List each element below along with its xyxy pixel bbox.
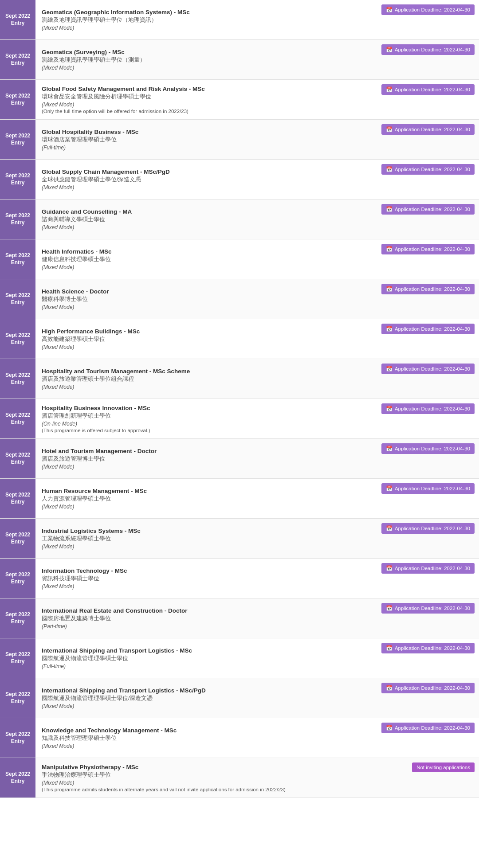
deadline-text: Application Deadline: 2022-04-30 (395, 167, 470, 172)
deadline-badge: 📅Application Deadline: 2022-04-30 (381, 84, 475, 95)
entry-badge: Sept 2022 Entry (0, 40, 35, 79)
calendar-icon: 📅 (386, 7, 393, 13)
program-row: Sept 2022 EntryGlobal Food Safety Manage… (0, 80, 479, 120)
program-title-en: International Shipping and Transport Log… (42, 647, 371, 654)
program-row: Sept 2022 EntryInternational Real Estate… (0, 598, 479, 638)
program-title-zh: 手法物理治療理學碩士學位 (42, 771, 384, 779)
entry-badge: Sept 2022 Entry (0, 439, 35, 478)
deadline-text: Application Deadline: 2022-04-30 (395, 7, 470, 12)
deadline-badge: 📅Application Deadline: 2022-04-30 (381, 683, 475, 693)
deadline-text: Application Deadline: 2022-04-30 (395, 566, 470, 571)
deadline-col: 📅Application Deadline: 2022-04-30 (377, 40, 479, 79)
program-info: Global Hospitality Business - MSc環球酒店業管理… (35, 120, 377, 159)
program-note: (Only the full-time option will be offer… (42, 109, 371, 114)
program-info: High Performance Buildings - MSc高效能建築理學碩… (35, 319, 377, 359)
program-mode: (Mixed Mode) (42, 184, 371, 191)
deadline-badge: 📅Application Deadline: 2022-04-30 (381, 483, 475, 494)
deadline-col: 📅Application Deadline: 2022-04-30 (377, 120, 479, 159)
entry-badge: Sept 2022 Entry (0, 199, 35, 239)
deadline-text: Application Deadline: 2022-04-30 (395, 207, 470, 212)
program-title-zh: 國際航運及物流管理理學碩士學位 (42, 655, 371, 662)
program-list: Sept 2022 EntryGeomatics (Geographic Inf… (0, 0, 479, 798)
program-row: Sept 2022 EntryHigh Performance Building… (0, 319, 479, 359)
program-row: Sept 2022 EntryHospitality Business Inno… (0, 399, 479, 439)
program-info: Information Technology - MSc資訊科技理學碩士學位(M… (35, 559, 377, 598)
deadline-col: 📅Application Deadline: 2022-04-30 (377, 239, 479, 279)
calendar-icon: 📅 (386, 246, 393, 252)
program-title-en: Industrial Logistics Systems - MSc (42, 528, 371, 534)
deadline-col: 📅Application Deadline: 2022-04-30 (377, 199, 479, 239)
program-title-en: Geomatics (Geographic Information System… (42, 9, 371, 16)
entry-badge: Sept 2022 Entry (0, 160, 35, 199)
program-row: Sept 2022 EntryManipulative Physiotherap… (0, 758, 479, 798)
program-mode: (Mixed Mode) (42, 344, 371, 350)
entry-badge: Sept 2022 Entry (0, 718, 35, 758)
program-title-zh: 資訊科技理學碩士學位 (42, 575, 371, 583)
deadline-col: 📅Application Deadline: 2022-04-30 (377, 479, 479, 518)
program-title-en: Global Food Safety Management and Risk A… (42, 86, 371, 92)
deadline-text: Application Deadline: 2022-04-30 (395, 406, 470, 411)
program-note: (This programme admits students in alter… (42, 787, 384, 792)
program-row: Sept 2022 EntryInternational Shipping an… (0, 638, 479, 678)
program-title-en: Hotel and Tourism Management - Doctor (42, 448, 371, 454)
program-row: Sept 2022 EntryInternational Shipping an… (0, 678, 479, 718)
program-title-en: Information Technology - MSc (42, 567, 371, 574)
program-row: Sept 2022 EntryIndustrial Logistics Syst… (0, 519, 479, 559)
program-mode: (Mixed Mode) (42, 743, 371, 749)
calendar-icon: 📅 (386, 605, 393, 611)
program-title-zh: 國際航運及物流管理理學碩士學位/深造文憑 (42, 695, 371, 702)
program-title-en: Health Science - Doctor (42, 288, 371, 295)
entry-badge: Sept 2022 Entry (0, 598, 35, 638)
program-row: Sept 2022 EntryGuidance and Counselling … (0, 199, 479, 239)
program-mode: (Mixed Mode) (42, 780, 384, 786)
program-mode: (Mixed Mode) (42, 464, 371, 470)
program-title-zh: 測繪及地理資訊學理學碩士學位（測量） (42, 56, 371, 64)
program-info: Global Food Safety Management and Risk A… (35, 80, 377, 119)
program-title-zh: 酒店及旅遊業管理碩士學位組合課程 (42, 375, 371, 383)
deadline-badge: 📅Application Deadline: 2022-04-30 (381, 723, 475, 733)
entry-badge: Sept 2022 Entry (0, 120, 35, 159)
entry-badge: Sept 2022 Entry (0, 638, 35, 678)
deadline-col: 📅Application Deadline: 2022-04-30 (377, 598, 479, 638)
program-row: Sept 2022 EntryGlobal Hospitality Busine… (0, 120, 479, 160)
program-title-zh: 諮商與輔導文學碩士學位 (42, 216, 371, 223)
program-title-en: Global Hospitality Business - MSc (42, 129, 371, 135)
program-info: Geomatics (Geographic Information System… (35, 0, 377, 39)
deadline-badge: 📅Application Deadline: 2022-04-30 (381, 204, 475, 215)
program-row: Sept 2022 EntryInformation Technology - … (0, 559, 479, 598)
entry-badge: Sept 2022 Entry (0, 279, 35, 319)
deadline-badge: 📅Application Deadline: 2022-04-30 (381, 44, 475, 55)
entry-badge: Sept 2022 Entry (0, 319, 35, 359)
program-mode: (Mixed Mode) (42, 384, 371, 390)
deadline-col: 📅Application Deadline: 2022-04-30 (377, 160, 479, 199)
program-title-en: Global Supply Chain Management - MSc/PgD (42, 168, 371, 175)
program-title-en: Guidance and Counselling - MA (42, 208, 371, 215)
deadline-col: 📅Application Deadline: 2022-04-30 (377, 439, 479, 478)
deadline-badge: 📅Application Deadline: 2022-04-30 (381, 403, 475, 414)
program-note: (This programme is offered subject to ap… (42, 428, 371, 433)
program-title-zh: 高效能建築理學碩士學位 (42, 336, 371, 343)
program-title-en: Geomatics (Surveying) - MSc (42, 49, 371, 55)
deadline-badge: 📅Application Deadline: 2022-04-30 (381, 603, 475, 614)
deadline-col: 📅Application Deadline: 2022-04-30 (377, 718, 479, 758)
program-row: Sept 2022 EntryGeomatics (Surveying) - M… (0, 40, 479, 80)
program-info: Hospitality Business Innovation - MSc酒店管… (35, 399, 377, 438)
program-title-zh: 環球食品安全管理及風險分析理學碩士學位 (42, 93, 371, 101)
entry-badge: Sept 2022 Entry (0, 479, 35, 518)
calendar-icon: 📅 (386, 286, 393, 292)
program-mode: (Mixed Mode) (42, 224, 371, 231)
deadline-col: 📅Application Deadline: 2022-04-30 (377, 638, 479, 678)
entry-badge: Sept 2022 Entry (0, 519, 35, 558)
deadline-text: Application Deadline: 2022-04-30 (395, 47, 470, 52)
calendar-icon: 📅 (386, 126, 393, 133)
deadline-col: 📅Application Deadline: 2022-04-30 (377, 279, 479, 319)
entry-badge: Sept 2022 Entry (0, 359, 35, 399)
calendar-icon: 📅 (386, 446, 393, 452)
program-mode: (Mixed Mode) (42, 703, 371, 709)
program-row: Sept 2022 EntryHealth Informatics - MSc健… (0, 239, 479, 279)
program-info: Health Science - Doctor醫療科學博士學位(Mixed Mo… (35, 279, 377, 319)
program-title-zh: 酒店管理創新理學碩士學位 (42, 412, 371, 420)
program-title-zh: 知識及科技管理理學碩士學位 (42, 735, 371, 742)
calendar-icon: 📅 (386, 47, 393, 53)
program-row: Sept 2022 EntryGeomatics (Geographic Inf… (0, 0, 479, 40)
